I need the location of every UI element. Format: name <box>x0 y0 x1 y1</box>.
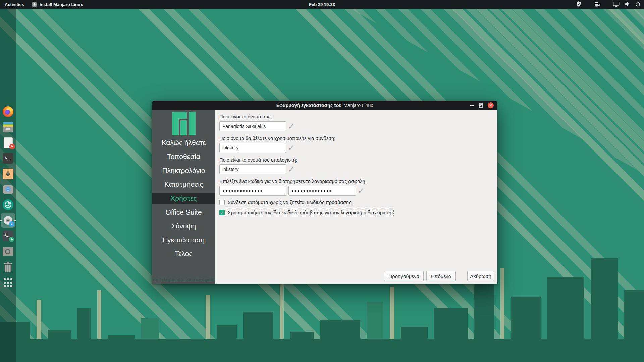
step-location: Τοποθεσία <box>152 149 215 163</box>
valid-check-icon: ✓ <box>288 143 295 153</box>
hard-drive-icon <box>3 247 13 256</box>
focused-app-label: Install Manjaro Linux <box>40 2 83 7</box>
name-label: Ποιο είναι το όνομά σας; <box>219 114 272 119</box>
manjaro-logo-icon <box>172 112 196 137</box>
window-title: Εφαρμογή εγκατάστασης τουManjaro Linux <box>152 101 497 110</box>
chat-bubble-icon <box>3 185 13 194</box>
password-confirm-input[interactable] <box>288 186 356 196</box>
close-button[interactable]: ✕ <box>487 101 495 110</box>
power-icon[interactable] <box>635 1 641 8</box>
terminal-icon: $_ <box>3 153 13 164</box>
package-terminal-icon: #_ <box>3 231 13 241</box>
hostname-label: Ποιο είναι το όνομά του υπολογιστή; <box>219 157 297 163</box>
same-password-label: Χρησιμοποιήστε τον ίδιο κωδικό πρόσβασης… <box>228 210 393 215</box>
dock-item-trash[interactable] <box>1 260 15 275</box>
title-bar[interactable]: Εφαρμογή εγκατάστασης τουManjaro Linux ✕ <box>152 101 497 110</box>
update-badge-icon <box>9 237 14 242</box>
sidebar-status-text: ση πληροφοριών απασφαλμά <box>153 277 215 282</box>
next-button[interactable]: Επόμενο <box>426 271 456 281</box>
dock-item-terminal[interactable]: $_ <box>1 151 15 166</box>
dock-item-package-manager[interactable]: #_ <box>1 229 15 243</box>
text-editor-icon: ✎ <box>4 137 13 148</box>
cancel-button[interactable]: Ακύρωση <box>467 271 494 281</box>
valid-check-icon: ✓ <box>288 164 295 174</box>
valid-check-icon: ✓ <box>358 186 365 196</box>
dock-item-manjaro-installer[interactable] <box>1 213 15 228</box>
close-icon: ✕ <box>488 102 494 108</box>
hostname-input[interactable] <box>219 164 286 174</box>
installer-window: Εφαρμογή εγκατάστασης τουManjaro Linux ✕ <box>152 101 497 284</box>
camera-shutter-icon <box>3 199 13 210</box>
smiley-icon <box>5 187 11 192</box>
installer-sidebar: Καλώς ήλθατε Τοποθεσία Πληκτρολόγιο Κατα… <box>152 110 215 284</box>
dock-item-screenshot-tool[interactable] <box>1 197 15 212</box>
same-password-checkbox[interactable]: ✓ <box>219 210 225 215</box>
top-bar: Activities Install Manjaro Linux Feb 29 … <box>0 0 644 9</box>
step-users-active: Χρήστες <box>152 193 215 204</box>
dock-item-chat[interactable] <box>1 182 15 197</box>
installer-appmenu-icon <box>32 2 37 7</box>
coffee-cup-icon[interactable] <box>594 1 601 8</box>
clock[interactable]: Feb 29 19:33 <box>309 0 335 9</box>
dock-item-app-grid[interactable] <box>1 275 15 290</box>
activities-button[interactable]: Activities <box>0 0 29 9</box>
dock-item-downloads[interactable] <box>1 167 15 181</box>
dock-item-firefox[interactable] <box>1 104 15 119</box>
pencil-badge-icon: ✎ <box>9 144 15 149</box>
dock-item-file-archive[interactable] <box>1 120 15 134</box>
same-password-row: ✓ Χρησιμοποιήστε τον ίδιο κωδικό πρόσβασ… <box>219 210 393 215</box>
display-icon[interactable] <box>613 1 620 8</box>
focused-app-menu[interactable]: Install Manjaro Linux <box>29 0 86 9</box>
download-arrow-icon <box>3 169 13 179</box>
users-form: Ποιο είναι το όνομά σας; ✓ Ποιο όνομα θα… <box>215 110 497 284</box>
username-label: Ποιο όνομα θα θέλατε να χρησιμοποιείτε γ… <box>219 136 335 141</box>
file-archive-icon <box>3 122 13 132</box>
step-install: Εγκατάσταση <box>152 233 215 247</box>
app-grid-icon <box>4 278 12 287</box>
dock: ✎ $_ <box>0 9 16 362</box>
step-summary: Σύνοψη <box>152 219 215 233</box>
name-input[interactable] <box>219 121 286 131</box>
dock-item-disks[interactable] <box>1 244 15 259</box>
installer-steps: Καλώς ήλθατε Τοποθεσία Πληκτρολόγιο Κατα… <box>152 136 215 261</box>
step-finish: Τέλος <box>152 247 215 260</box>
username-input[interactable] <box>219 143 286 153</box>
step-keyboard: Πληκτρολόγιο <box>152 164 215 177</box>
password-label: Επιλέξτε ένα κωδικό για να διατηρήσετε τ… <box>219 179 367 184</box>
download-badge-icon <box>9 221 14 227</box>
autologin-checkbox[interactable] <box>219 200 225 205</box>
installer-cd-icon <box>2 215 14 226</box>
system-tray <box>576 0 641 9</box>
minimize-button[interactable] <box>468 101 476 110</box>
firefox-icon <box>3 106 13 117</box>
autologin-label: Σύνδεση αυτόματα χωρίς να ζητείται κωδικ… <box>228 200 353 205</box>
valid-check-icon: ✓ <box>288 121 295 131</box>
skyline-base <box>0 339 644 362</box>
shield-check-icon[interactable] <box>576 1 582 8</box>
restore-button[interactable] <box>477 101 485 110</box>
volume-icon[interactable] <box>624 1 630 8</box>
running-indicator-dot <box>0 220 2 221</box>
autologin-row: Σύνδεση αυτόματα χωρίς να ζητείται κωδικ… <box>219 200 353 205</box>
running-indicator-dot <box>14 220 16 221</box>
step-office-suite: Office Suite <box>152 205 215 219</box>
back-button[interactable]: Προηγούμενο <box>384 271 424 281</box>
password-input[interactable] <box>219 186 286 196</box>
step-welcome: Καλώς ήλθατε <box>152 136 215 149</box>
desktop: Activities Install Manjaro Linux Feb 29 … <box>0 0 644 362</box>
trash-icon <box>4 262 12 273</box>
dock-item-text-editor[interactable]: ✎ <box>1 135 15 150</box>
step-partitions: Κατατμήσεις <box>152 177 215 191</box>
